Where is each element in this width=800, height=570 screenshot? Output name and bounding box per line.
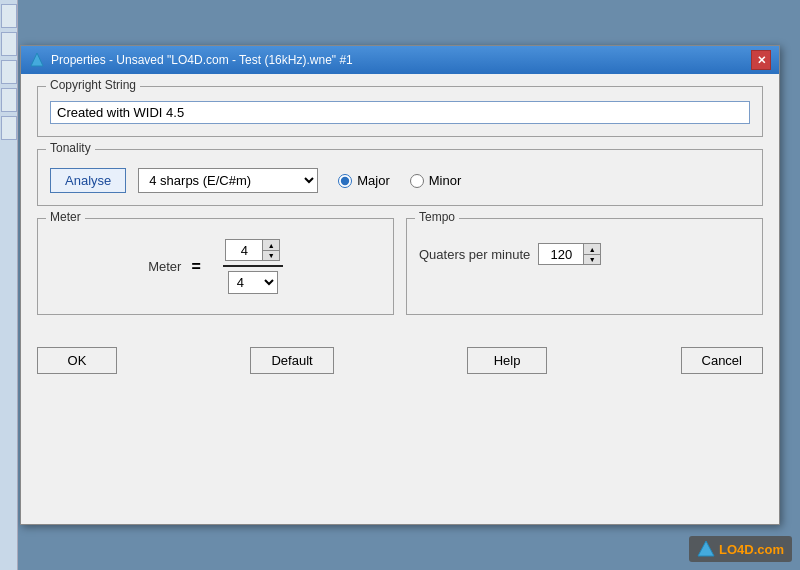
help-button[interactable]: Help	[467, 347, 547, 374]
svg-marker-1	[698, 541, 714, 556]
default-button[interactable]: Default	[250, 347, 333, 374]
tempo-down[interactable]: ▼	[584, 254, 600, 264]
tempo-up[interactable]: ▲	[584, 244, 600, 254]
copyright-group: Copyright String	[37, 86, 763, 137]
meter-fraction: ▲ ▼ 4 2 8 16	[223, 239, 283, 294]
tempo-spin-buttons: ▲ ▼	[583, 244, 600, 264]
title-bar-left: Properties - Unsaved "LO4D.com - Test (1…	[29, 52, 353, 68]
watermark-icon	[697, 540, 715, 558]
sidebar-btn-1[interactable]	[1, 4, 17, 28]
tempo-group-label: Tempo	[415, 210, 459, 224]
major-radio-label[interactable]: Major	[338, 173, 390, 188]
tonality-group-label: Tonality	[46, 141, 95, 155]
meter-group-label: Meter	[46, 210, 85, 224]
sidebar-btn-2[interactable]	[1, 32, 17, 56]
major-label: Major	[357, 173, 390, 188]
tonality-group: Tonality Analyse 4 sharps (E/C#m) C majo…	[37, 149, 763, 206]
button-row: OK Default Help Cancel	[21, 339, 779, 390]
bottom-groups: Meter Meter = ▲ ▼	[37, 218, 763, 327]
ok-button[interactable]: OK	[37, 347, 117, 374]
tempo-group: Tempo Quaters per minute ▲ ▼	[406, 218, 763, 315]
meter-text-label: Meter	[148, 259, 181, 274]
sidebar-btn-4[interactable]	[1, 88, 17, 112]
title-bar: Properties - Unsaved "LO4D.com - Test (1…	[21, 46, 779, 74]
tonality-select[interactable]: 4 sharps (E/C#m) C major G major D major…	[138, 168, 318, 193]
copyright-group-label: Copyright String	[46, 78, 140, 92]
meter-denominator-wrapper: 4 2 8 16	[228, 271, 278, 294]
copyright-input[interactable]	[50, 101, 750, 124]
meter-numerator-buttons: ▲ ▼	[262, 240, 279, 260]
watermark-text: LO4D.com	[719, 542, 784, 557]
watermark-plain: LO4D	[719, 542, 754, 557]
watermark-colored: .com	[754, 542, 784, 557]
watermark: LO4D.com	[689, 536, 792, 562]
minor-radio[interactable]	[410, 174, 424, 188]
minor-label: Minor	[429, 173, 462, 188]
major-radio[interactable]	[338, 174, 352, 188]
cancel-button[interactable]: Cancel	[681, 347, 763, 374]
meter-group: Meter Meter = ▲ ▼	[37, 218, 394, 315]
meter-denominator-select[interactable]: 4 2 8 16	[228, 271, 278, 294]
svg-marker-0	[31, 53, 43, 66]
mode-radio-group: Major Minor	[338, 173, 461, 188]
meter-center: Meter = ▲ ▼	[50, 227, 381, 302]
meter-numerator-down[interactable]: ▼	[263, 250, 279, 260]
window-title: Properties - Unsaved "LO4D.com - Test (1…	[51, 53, 353, 67]
meter-equals: =	[191, 258, 200, 276]
tempo-spin: ▲ ▼	[538, 243, 601, 265]
dialog-content: Copyright String Tonality Analyse 4 shar…	[21, 74, 779, 339]
sidebar-btn-3[interactable]	[1, 60, 17, 84]
meter-numerator-up[interactable]: ▲	[263, 240, 279, 250]
app-icon	[29, 52, 45, 68]
tempo-row: Quaters per minute ▲ ▼	[419, 243, 750, 265]
tempo-label: Quaters per minute	[419, 247, 530, 262]
tempo-input[interactable]	[539, 245, 583, 264]
close-button[interactable]: ✕	[751, 50, 771, 70]
meter-line	[223, 265, 283, 267]
analyse-button[interactable]: Analyse	[50, 168, 126, 193]
sidebar-strip	[0, 0, 18, 570]
meter-numerator-input[interactable]	[226, 241, 262, 260]
properties-dialog: Properties - Unsaved "LO4D.com - Test (1…	[20, 45, 780, 525]
minor-radio-label[interactable]: Minor	[410, 173, 462, 188]
sidebar-btn-5[interactable]	[1, 116, 17, 140]
meter-numerator-spin: ▲ ▼	[225, 239, 280, 261]
tonality-row: Analyse 4 sharps (E/C#m) C major G major…	[50, 168, 750, 193]
